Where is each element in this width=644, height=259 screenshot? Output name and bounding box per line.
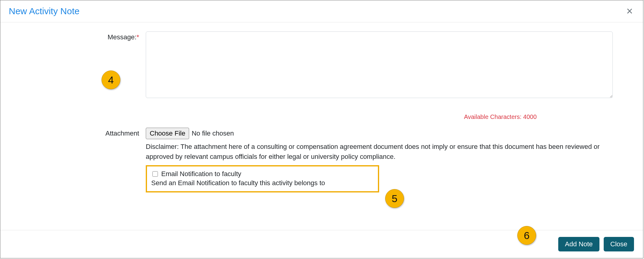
modal-title: New Activity Note [9, 6, 79, 16]
email-checkbox-row[interactable]: Email Notification to faculty [151, 170, 374, 178]
attachment-field-cell: Choose File No file chosen Disclaimer: T… [146, 128, 631, 192]
message-label: Message: [108, 33, 136, 41]
attachment-disclaimer: Disclaimer: The attachment here of a con… [146, 142, 613, 162]
new-activity-note-modal: New Activity Note × Message:* Available … [0, 0, 643, 258]
message-row: Message:* Available Characters: 4000 [12, 31, 631, 128]
attachment-label: Attachment [105, 130, 139, 137]
add-note-button[interactable]: Add Note [558, 237, 599, 251]
choose-file-button[interactable]: Choose File [146, 128, 189, 139]
required-mark: * [136, 33, 139, 41]
email-notification-checkbox[interactable] [152, 171, 158, 177]
no-file-chosen-text: No file chosen [192, 130, 234, 137]
modal-footer: Add Note Close [0, 230, 643, 258]
email-notification-description: Send an Email Notification to faculty th… [151, 179, 374, 187]
email-checkbox-label: Email Notification to faculty [161, 170, 241, 178]
attachment-label-cell: Attachment [12, 128, 146, 137]
email-notification-box: Email Notification to faculty Send an Em… [146, 165, 379, 192]
file-input-group: Choose File No file chosen [146, 128, 613, 139]
message-label-cell: Message:* [12, 31, 146, 41]
close-button[interactable]: Close [604, 237, 634, 251]
message-field-cell: Available Characters: 4000 [146, 31, 631, 128]
modal-header: New Activity Note × [0, 0, 643, 22]
attachment-row: Attachment Choose File No file chosen Di… [12, 128, 631, 192]
message-textarea[interactable] [146, 31, 613, 98]
close-icon[interactable]: × [625, 6, 635, 17]
modal-body: Message:* Available Characters: 4000 Att… [0, 22, 643, 195]
available-characters: Available Characters: 4000 [146, 113, 613, 120]
